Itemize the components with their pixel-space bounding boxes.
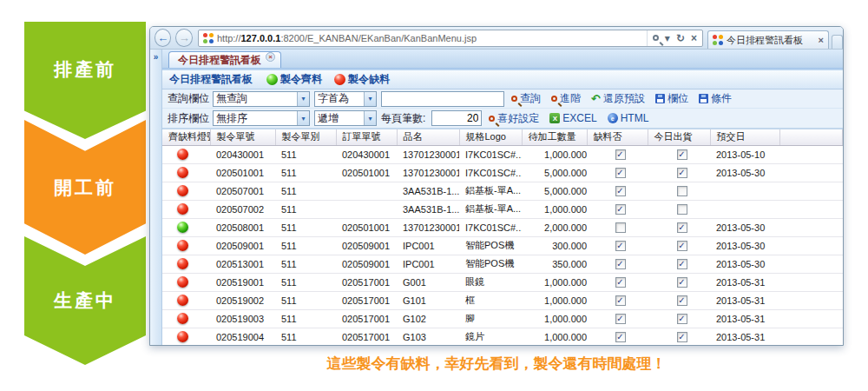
table-row[interactable]: 02043000151102043000113701230001I7KC01SC… <box>162 145 843 163</box>
export-excel-button[interactable]: XEXCEL <box>549 112 596 124</box>
page-size-input[interactable] <box>431 110 482 126</box>
ship-today-checkbox[interactable]: ✓ <box>677 314 687 324</box>
part-name-cell: 13701230001 <box>397 218 459 236</box>
table-row[interactable]: 0205070015113AA531B-1...鋁基板-單A...5,000.0… <box>162 182 843 200</box>
due-date-cell: 2013-05-31 <box>710 291 779 309</box>
stop-icon[interactable]: × <box>691 32 697 44</box>
shortage-checkbox[interactable]: ✓ <box>615 332 626 342</box>
red-light-icon <box>177 185 188 196</box>
spec-logo-cell: 鋁基板-單A... <box>459 200 522 218</box>
sort-field-label: 排序欄位 <box>168 111 209 126</box>
column-header[interactable]: 缺料否 <box>587 129 648 145</box>
shortage-checkbox[interactable]: ✓ <box>615 295 626 306</box>
ship-today-checkbox[interactable]: ✓ <box>677 259 687 269</box>
new-tab-button[interactable] <box>832 35 843 49</box>
reset-defaults-button[interactable]: ↶還原預設 <box>591 91 645 106</box>
table-row[interactable]: 020509001511020509001IPC001智能POS機300.000… <box>162 236 843 255</box>
ship-today-checkbox[interactable] <box>677 204 687 215</box>
sort-field-select[interactable]: 無排序▾ <box>213 110 310 126</box>
search-icon[interactable] <box>653 35 659 41</box>
spec-logo-cell: I7KC01SC#... <box>459 145 522 163</box>
column-header[interactable]: 預交日 <box>710 129 779 145</box>
sidebar-expand-strip[interactable]: » <box>150 50 162 345</box>
red-light-icon <box>177 258 188 269</box>
tab-close-icon[interactable]: × <box>819 35 824 45</box>
filler-cell <box>779 328 843 345</box>
ship-today-cell <box>648 200 710 218</box>
save-columns-button[interactable]: 欄位 <box>655 91 688 106</box>
shortage-checkbox[interactable]: ✓ <box>615 149 626 160</box>
column-header[interactable]: 今日出貨 <box>648 129 710 145</box>
shortage-checkbox[interactable]: ✓ <box>615 259 626 269</box>
search-dropdown-icon[interactable]: ▾ <box>665 32 670 44</box>
ship-today-checkbox[interactable] <box>677 186 687 196</box>
mo-type-cell: 511 <box>275 236 336 255</box>
tab-favicon-icon <box>713 35 723 45</box>
sort-direction-select[interactable]: 遞增▾ <box>314 110 377 126</box>
ship-today-checkbox[interactable]: ✓ <box>677 277 687 288</box>
shortage-checkbox[interactable]: ✓ <box>615 168 626 178</box>
table-row[interactable]: 02050800151102050100113701230001I7KC01SC… <box>162 218 843 236</box>
app-tab-title: 今日排程警訊看板 <box>178 53 261 68</box>
table-row[interactable]: 020519001511020517001G001眼鏡1,000.000✓✓20… <box>162 273 843 291</box>
forward-button[interactable]: → <box>175 29 192 47</box>
chevron-down-icon: ▾ <box>364 92 376 106</box>
save-criteria-button[interactable]: 條件 <box>699 91 732 106</box>
html-icon: e <box>608 113 618 123</box>
column-header-filler <box>779 129 843 145</box>
table-row[interactable]: 02050100151102050100113701230001I7KC01SC… <box>162 163 843 182</box>
table-row[interactable]: 020513001511020509001IPC001智能POS機350.000… <box>162 255 843 273</box>
shortage-checkbox[interactable]: ✓ <box>615 277 626 288</box>
browser-tab[interactable]: 今日排程警訊看板 × <box>707 30 829 49</box>
column-header[interactable]: 待加工數量 <box>522 129 587 145</box>
ship-today-checkbox[interactable]: ✓ <box>677 149 687 160</box>
shortage-cell: ✓ <box>587 309 648 328</box>
ship-today-checkbox[interactable]: ✓ <box>677 222 687 233</box>
ship-today-checkbox[interactable]: ✓ <box>677 295 687 306</box>
query-field-select[interactable]: 無查詢▾ <box>213 91 310 107</box>
address-bar[interactable]: http://127.0.0.1:8200/E_KANBAN/EKanBan/K… <box>198 30 703 47</box>
column-header[interactable]: 規格Logo <box>459 129 522 145</box>
preferences-button[interactable]: 喜好設定 <box>489 111 539 126</box>
filler-cell <box>779 273 843 291</box>
ship-today-cell: ✓ <box>648 328 710 345</box>
browser-window: ← → http://127.0.0.1:8200/E_KANBAN/EKanB… <box>149 26 844 346</box>
column-header[interactable]: 品名 <box>397 129 459 145</box>
filler-cell <box>779 200 843 218</box>
app-tab-close-icon[interactable]: × <box>266 52 275 62</box>
search-button[interactable]: 查詢 <box>511 91 541 106</box>
column-header[interactable]: 製令單別 <box>275 129 336 145</box>
table-row[interactable]: 0205070025113AA531B-1...鋁基板-單A...1,000.0… <box>162 200 843 218</box>
sort-row: 排序欄位 無排序▾ 遞增▾ 每頁筆數: 喜好設定 XEXCEL eHTML <box>162 109 843 128</box>
shortage-checkbox[interactable]: ✓ <box>615 314 626 324</box>
back-button[interactable]: ← <box>155 29 171 47</box>
query-panel: 查詢欄位 無查詢▾ 字首為▾ 查詢 進階 ↶還原預設 欄位 條件 排序欄位 <box>162 89 843 129</box>
table-row[interactable]: 020519002511020517001G101框1,000.000✓✓201… <box>162 291 843 309</box>
refresh-icon[interactable]: ↻ <box>676 32 685 44</box>
mo-type-cell: 511 <box>275 218 336 236</box>
status-light-cell <box>162 218 210 236</box>
ship-today-cell: ✓ <box>648 255 710 273</box>
advanced-search-button[interactable]: 進階 <box>551 91 581 106</box>
status-light-cell <box>162 273 210 291</box>
column-header[interactable]: 齊缺料燈號 <box>162 129 210 145</box>
table-row[interactable]: 020519004511020517001G103鏡片1,000.000✓✓20… <box>162 328 843 345</box>
shortage-checkbox[interactable]: ✓ <box>615 204 626 215</box>
back-arrow-icon: ← <box>157 31 168 44</box>
ship-today-checkbox[interactable]: ✓ <box>677 241 687 251</box>
table-row[interactable]: 020519003511020517001G102腳1,000.000✓✓201… <box>162 309 843 328</box>
shortage-checkbox[interactable]: ✓ <box>615 241 626 251</box>
ship-today-checkbox[interactable]: ✓ <box>677 168 687 178</box>
shortage-checkbox[interactable] <box>615 222 626 233</box>
app-tab-kanban[interactable]: 今日排程警訊看板 × <box>168 51 281 68</box>
export-html-button[interactable]: eHTML <box>608 112 649 124</box>
ship-today-checkbox[interactable]: ✓ <box>677 332 687 342</box>
column-header[interactable]: 訂單單號 <box>336 129 397 145</box>
query-row: 查詢欄位 無查詢▾ 字首為▾ 查詢 進階 ↶還原預設 欄位 條件 <box>162 89 843 109</box>
shortage-checkbox[interactable]: ✓ <box>615 186 626 196</box>
query-operator-select[interactable]: 字首為▾ <box>314 91 377 107</box>
table-header-row: 齊缺料燈號製令單號製令單別訂單單號品名規格Logo待加工數量缺料否今日出貨預交日 <box>162 129 843 145</box>
column-header[interactable]: 製令單號 <box>210 129 275 145</box>
query-keyword-input[interactable] <box>381 91 504 107</box>
red-light-icon <box>177 149 188 160</box>
